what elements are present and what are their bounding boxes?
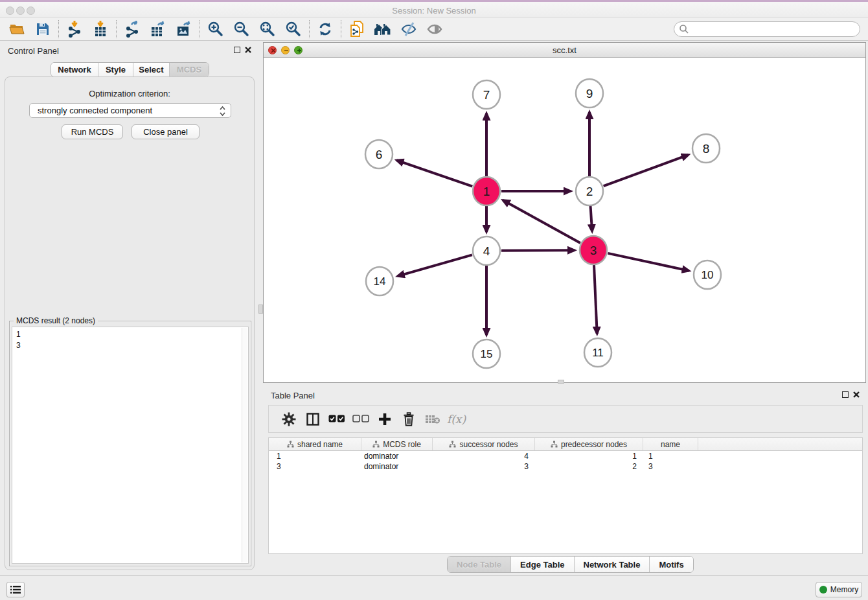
table-row[interactable]: 3 dominator 3 2 3 <box>269 461 862 472</box>
app-window: Session: New Session <box>0 0 868 600</box>
node-table: shared name MCDS role successor nodes pr… <box>268 437 863 554</box>
tab-motifs[interactable]: Motifs <box>650 557 692 572</box>
tab-style[interactable]: Style <box>98 63 133 76</box>
tab-select[interactable]: Select <box>133 63 170 76</box>
zoom-out-icon[interactable] <box>229 19 255 40</box>
tab-edge-table[interactable]: Edge Table <box>511 557 574 572</box>
function-builder-icon[interactable]: f(x) <box>444 408 468 431</box>
column-header-predecessor-nodes[interactable]: predecessor nodes <box>535 438 643 450</box>
table-panel-title: Table Panel <box>271 391 315 400</box>
select-all-columns-icon[interactable] <box>325 408 348 431</box>
tab-network-table[interactable]: Network Table <box>575 557 650 572</box>
graph-edge-4-3[interactable] <box>501 250 575 251</box>
import-table-icon[interactable] <box>87 19 113 40</box>
add-column-icon[interactable] <box>372 408 396 431</box>
float-panel-icon[interactable] <box>842 391 849 398</box>
toolbar-separator <box>200 20 200 38</box>
save-session-icon[interactable] <box>30 19 56 40</box>
column-header-shared-name[interactable]: shared name <box>269 438 361 450</box>
tab-network[interactable]: Network <box>51 63 98 76</box>
tab-mcds[interactable]: MCDS <box>170 63 209 76</box>
export-image-icon[interactable] <box>171 19 197 40</box>
export-table-icon[interactable] <box>145 19 171 40</box>
zoom-in-icon[interactable] <box>203 19 229 40</box>
close-panel-icon[interactable] <box>852 391 860 398</box>
vertical-split-handle[interactable] <box>258 305 263 314</box>
select-stepper-icon <box>219 106 226 117</box>
export-network-icon[interactable] <box>119 19 145 40</box>
status-bar: Memory <box>0 575 868 600</box>
hierarchy-icon <box>551 441 558 448</box>
network-canvas[interactable]: 7968124314101511 <box>264 58 865 382</box>
home-layouts-icon[interactable] <box>370 19 396 40</box>
graph-node-label-6: 6 <box>376 148 383 161</box>
result-line: 3 <box>16 340 248 351</box>
graph-edge-3-11[interactable] <box>594 265 597 334</box>
optimization-criterion-label: Optimization criterion: <box>5 89 254 98</box>
delete-table-icon[interactable] <box>420 408 444 431</box>
graph-node-label-2: 2 <box>586 185 593 198</box>
mcds-panel-body: Optimization criterion: strongly connect… <box>5 76 255 570</box>
horizontal-split-handle[interactable] <box>558 380 564 384</box>
graph-node-label-9: 9 <box>586 87 593 100</box>
table-header-row: shared name MCDS role successor nodes pr… <box>269 438 862 451</box>
graph-edge-2-3[interactable] <box>591 206 593 231</box>
memory-label: Memory <box>830 585 858 594</box>
column-header-successor-nodes[interactable]: successor nodes <box>433 438 535 450</box>
hierarchy-icon <box>372 441 380 448</box>
memory-status-icon <box>819 586 827 594</box>
table-panel: Table Panel <box>263 386 868 575</box>
mcds-result-box: MCDS result (2 nodes) 1 3 <box>9 321 251 566</box>
graph-node-label-4: 4 <box>483 244 490 258</box>
memory-button[interactable]: Memory <box>816 582 862 597</box>
import-network-icon[interactable] <box>62 19 87 40</box>
window-title: Session: New Session <box>0 6 868 16</box>
search-icon <box>679 24 689 34</box>
criterion-select[interactable]: strongly connected component <box>29 103 231 118</box>
titlebar: Session: New Session <box>0 0 868 17</box>
graph-node-label-1: 1 <box>483 185 490 198</box>
graph-edge-2-8[interactable] <box>604 155 689 186</box>
hierarchy-icon <box>287 441 294 448</box>
table-toolbar: f(x) <box>268 405 863 433</box>
toolbar-separator <box>309 20 310 38</box>
graph-node-label-10: 10 <box>702 269 714 281</box>
zoom-fit-icon[interactable] <box>255 19 280 40</box>
control-panel: Control Panel Network Style Select MCDS … <box>0 41 259 575</box>
graph-edge-3-1[interactable] <box>503 200 580 243</box>
control-panel-header: Control Panel <box>0 41 259 60</box>
toolbar-separator <box>341 20 341 38</box>
toggle-graphics-details-icon[interactable] <box>396 19 422 40</box>
search-input[interactable] <box>674 21 860 37</box>
unselect-all-columns-icon[interactable] <box>348 408 372 431</box>
graph-node-label-11: 11 <box>592 347 604 359</box>
show-panels-button[interactable] <box>6 582 25 597</box>
open-file-icon[interactable] <box>4 19 30 40</box>
show-hide-eye-icon[interactable] <box>422 19 448 40</box>
graph-edge-4-14[interactable] <box>398 255 472 276</box>
gear-icon[interactable] <box>277 408 301 431</box>
float-panel-icon[interactable] <box>234 47 240 53</box>
table-row[interactable]: 1 dominator 4 1 1 <box>269 451 862 461</box>
column-header-mcds-role[interactable]: MCDS role <box>361 438 433 450</box>
close-panel-button[interactable]: Close panel <box>131 124 200 139</box>
network-view-window: scc.txt 7968124314101511 <box>263 42 866 383</box>
run-mcds-button[interactable]: Run MCDS <box>62 124 123 139</box>
graph-node-label-14: 14 <box>374 275 386 288</box>
mcds-result-text[interactable]: 1 3 <box>12 327 249 564</box>
graph-edge-3-10[interactable] <box>608 253 689 271</box>
clone-view-icon[interactable] <box>344 19 370 40</box>
mcds-result-title: MCDS result (2 nodes) <box>14 316 98 325</box>
criterion-value: strongly connected component <box>38 106 152 115</box>
refresh-view-icon[interactable] <box>312 19 338 40</box>
network-window-titlebar: scc.txt <box>264 43 865 58</box>
result-scrollbar[interactable] <box>242 328 247 562</box>
close-panel-icon[interactable] <box>244 46 252 54</box>
control-panel-title: Control Panel <box>8 46 59 56</box>
column-header-name[interactable]: name <box>643 438 698 450</box>
zoom-selected-icon[interactable] <box>280 19 306 40</box>
column-layout-icon[interactable] <box>301 408 325 431</box>
delete-column-icon[interactable] <box>396 408 420 431</box>
tab-node-table[interactable]: Node Table <box>448 557 511 572</box>
graph-edge-1-6[interactable] <box>396 160 472 186</box>
